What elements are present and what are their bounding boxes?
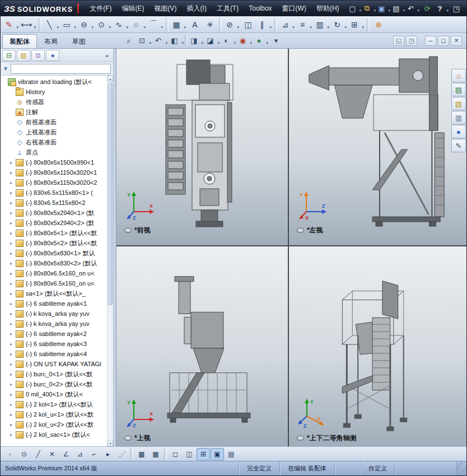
- tree-item[interactable]: ▸ (-) 6 sabitleme ayak<4: [1, 349, 107, 359]
- tree-item[interactable]: ▸ (-) 80x80x5x1150x3020<2: [1, 178, 107, 188]
- tree-scrollbar[interactable]: ▲ ▼: [107, 76, 113, 446]
- tree-item[interactable]: ▸ (-) burc_0<1> (默认<<默: [1, 369, 107, 379]
- filter-input[interactable]: [11, 64, 111, 74]
- tab-layout[interactable]: 布局: [37, 34, 65, 48]
- circle-icon[interactable]: ⊙: [95, 17, 112, 32]
- tree-item[interactable]: ▸ sa<1> (默认<<默认>_: [1, 288, 107, 298]
- tree-item[interactable]: 前视基准面: [1, 117, 107, 127]
- tree-item[interactable]: ▸ (-) 2 kol_sac<1> (默认<: [1, 430, 107, 440]
- modify-sketch-icon[interactable]: ▥: [314, 17, 330, 32]
- undo-icon[interactable]: ↶: [406, 2, 419, 15]
- expand-arrow-icon[interactable]: ▸: [10, 362, 16, 367]
- hide-show-items-icon[interactable]: ◐: [221, 35, 236, 47]
- configurationmanager-tab-icon[interactable]: ⧉: [31, 50, 45, 61]
- minimize-window-icon[interactable]: ─: [425, 36, 436, 46]
- triangle-tool-icon[interactable]: ⊿: [73, 448, 87, 460]
- spline-tool-icon[interactable]: ⋰: [115, 448, 129, 460]
- save-icon[interactable]: ▣: [377, 2, 390, 15]
- expand-arrow-icon[interactable]: ▸: [10, 412, 16, 417]
- tree-item[interactable]: 原点: [1, 147, 107, 157]
- tree-item[interactable]: vibrator and loading (默认<: [1, 77, 107, 87]
- single-view-icon[interactable]: ◻: [169, 448, 182, 460]
- tab-assembly[interactable]: 装配体: [2, 34, 37, 48]
- expand-arrow-icon[interactable]: ▸: [10, 342, 16, 347]
- appearances-icon[interactable]: ●: [451, 125, 466, 138]
- extend-icon[interactable]: ▸: [101, 448, 115, 460]
- expand-arrow-icon[interactable]: ▸: [10, 422, 16, 427]
- resize-grip[interactable]: [456, 461, 466, 475]
- text-icon[interactable]: A: [188, 17, 202, 32]
- filter-icon[interactable]: ▼: [3, 66, 8, 72]
- viewport-left[interactable]: Y Z X *左视: [289, 49, 466, 245]
- menu-toolbox[interactable]: Toolbox: [244, 1, 277, 16]
- expand-arrow-icon[interactable]: ▸: [10, 261, 16, 266]
- expand-arrow-icon[interactable]: ▸: [10, 170, 16, 175]
- toggle-fullscreen-icon[interactable]: ◳: [450, 2, 463, 15]
- tree-item[interactable]: ▸ (-) 80x80x6.5x160_on u<: [1, 278, 107, 288]
- zoom-to-fit-icon[interactable]: ⌕: [122, 35, 136, 47]
- tree-item[interactable]: 注解: [1, 107, 107, 117]
- scroll-down-icon[interactable]: ▼: [108, 440, 113, 446]
- tree-item[interactable]: ▸ (-) 80x80x6.5x160_on u<: [1, 268, 107, 278]
- expand-arrow-icon[interactable]: ▸: [10, 211, 16, 216]
- view-settings-icon[interactable]: ▾: [269, 35, 283, 47]
- scrollbar-thumb[interactable]: [108, 83, 113, 305]
- scrollbar-track[interactable]: [108, 82, 113, 440]
- tree-item[interactable]: 右视基准面: [1, 137, 107, 147]
- menu-insert[interactable]: 插入(I): [182, 1, 212, 16]
- close-window-icon[interactable]: ✕: [451, 36, 462, 46]
- tree-item[interactable]: ▸ (-) k kova_arka yay yuv: [1, 319, 107, 329]
- displaymanager-tab-icon[interactable]: ●: [46, 50, 59, 61]
- arc-icon[interactable]: ⌒: [147, 17, 164, 32]
- tree-item[interactable]: ▸ (-) burc_0<2> (默认<<默: [1, 379, 107, 389]
- mirror-entities-icon[interactable]: ◫: [241, 17, 255, 32]
- tree-item[interactable]: ▸ (-) 830x6.5x115x80<2: [1, 198, 107, 208]
- ellipse-icon[interactable]: ○: [130, 17, 147, 32]
- tree-item[interactable]: ▸ (-) 80x80x5x830<1> 默认: [1, 248, 107, 258]
- expand-arrow-icon[interactable]: ▸: [10, 372, 16, 377]
- restore-window-icon[interactable]: ◻: [438, 36, 449, 46]
- customize-label[interactable]: 自定义: [360, 461, 395, 475]
- expand-arrow-icon[interactable]: ▸: [10, 200, 16, 206]
- tree-item[interactable]: ▸ (-) 2 kol<1> (默认<<默认: [1, 399, 107, 409]
- angle-tool-icon[interactable]: ∠: [59, 448, 73, 460]
- corner-rectangle-icon[interactable]: ▭: [60, 17, 77, 32]
- expand-arrow-icon[interactable]: ▸: [10, 311, 16, 316]
- expand-arrow-icon[interactable]: ▸: [10, 251, 16, 256]
- align-icon[interactable]: ≡: [296, 17, 313, 32]
- design-library-icon[interactable]: ▤: [451, 83, 466, 96]
- link-views-icon[interactable]: ▣: [211, 448, 224, 460]
- line-icon[interactable]: ╲: [43, 17, 60, 32]
- maximize-viewport-icon[interactable]: ◳: [406, 36, 417, 46]
- viewport-isometric[interactable]: Y X Z *上下二等角轴测: [289, 246, 466, 446]
- new-document-icon[interactable]: ▢: [348, 2, 361, 15]
- view-palette-icon[interactable]: ▥: [451, 111, 466, 124]
- expand-arrow-icon[interactable]: ▸: [10, 352, 16, 357]
- line-tool-icon[interactable]: ╱: [31, 448, 45, 460]
- menu-view[interactable]: 视图(V): [150, 1, 182, 16]
- tree-item[interactable]: ▸ (-) k kova_arka yay yuv: [1, 309, 107, 319]
- expand-arrow-icon[interactable]: ▸: [10, 291, 16, 296]
- tree-item[interactable]: ▸ (-) 80x80x5x830<2> (默认: [1, 258, 107, 268]
- expand-arrow-icon[interactable]: ▸: [10, 392, 16, 397]
- smart-dimension-icon[interactable]: ⟷: [20, 17, 37, 32]
- tree-item[interactable]: ▸ (-) ON UST KAPAK YATAGI: [1, 359, 107, 369]
- view-orientation-icon[interactable]: ◨: [188, 35, 204, 47]
- menu-window[interactable]: 窗口(W): [277, 1, 311, 16]
- zoom-to-area-icon[interactable]: ⊡: [136, 35, 152, 47]
- grid-system-icon[interactable]: ▩: [135, 448, 148, 460]
- tree-item[interactable]: ▸ (-) 6 sabitleme ayak<3: [1, 339, 107, 349]
- help-icon[interactable]: ?: [435, 2, 449, 15]
- sketch-icon[interactable]: ✎: [3, 17, 20, 32]
- straight-slot-icon[interactable]: ⊖: [78, 17, 95, 32]
- rebuild-icon[interactable]: ⟳: [421, 2, 434, 15]
- propertymanager-tab-icon[interactable]: ▤: [17, 50, 30, 61]
- expand-arrow-icon[interactable]: ▸: [10, 281, 16, 286]
- expand-arrow-icon[interactable]: ▸: [10, 432, 16, 437]
- tab-sketch[interactable]: 草图: [65, 34, 93, 48]
- linear-sketch-pattern-icon[interactable]: ▦: [170, 17, 187, 32]
- select-icon[interactable]: ◦: [3, 448, 17, 460]
- apply-scene-icon[interactable]: ●: [253, 35, 269, 47]
- two-view-icon[interactable]: ◫: [183, 448, 196, 460]
- scroll-up-icon[interactable]: ▲: [108, 76, 113, 82]
